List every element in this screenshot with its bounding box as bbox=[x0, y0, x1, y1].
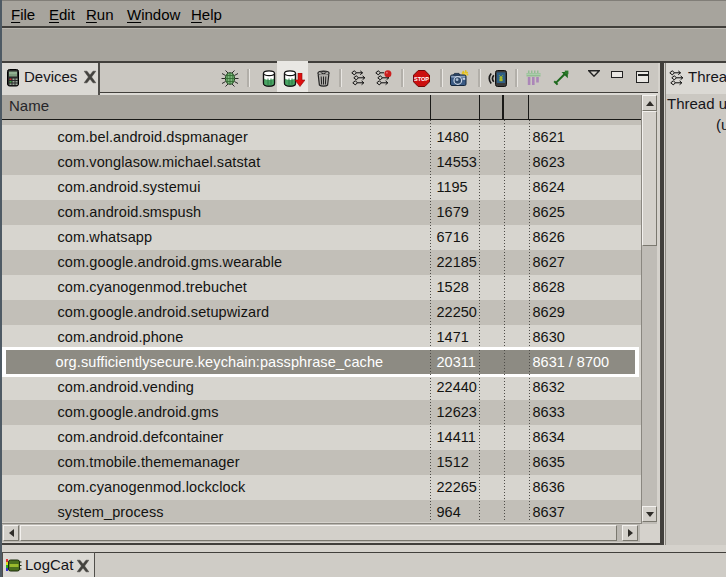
svg-text:STOP: STOP bbox=[414, 76, 429, 82]
